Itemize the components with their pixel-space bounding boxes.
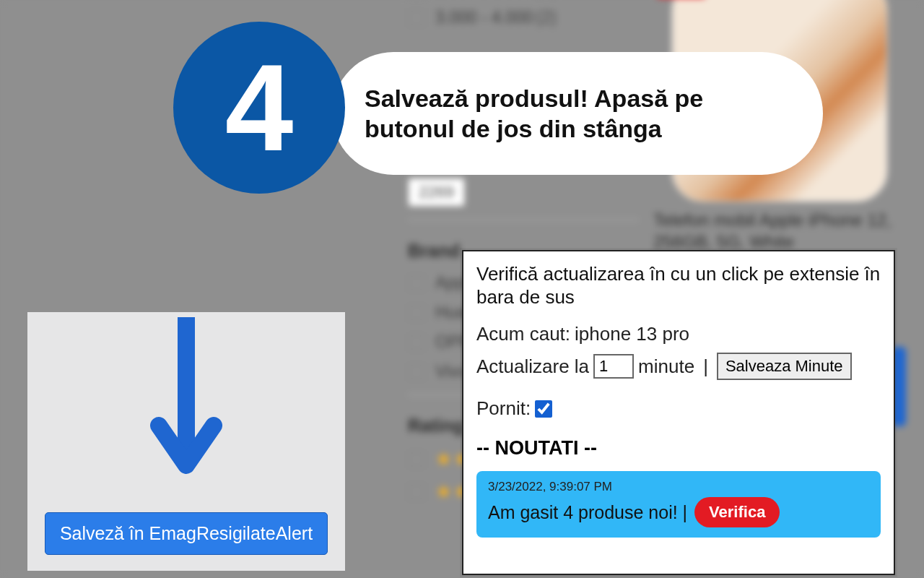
save-minutes-button[interactable]: Salveaza Minute xyxy=(717,353,852,380)
verify-button[interactable]: Verifica xyxy=(694,497,780,527)
checkbox-icon xyxy=(408,483,425,501)
bg-product-title: Telefon mobil Apple iPhone 12, 256GB, 5G… xyxy=(653,210,906,253)
popup-update-label: Actualizare la xyxy=(476,355,589,378)
interval-input[interactable] xyxy=(593,354,634,379)
extension-popup: Verifică actualizarea în cu un click pe … xyxy=(462,250,895,575)
bg-price-filter-row: 3.000 - 4.000 (2) xyxy=(408,8,639,27)
bg-product-title-line: Telefon mobil Apple iPhone 12, xyxy=(653,210,892,230)
popup-started-label: Pornit: xyxy=(476,397,531,420)
popup-instruction: Verifică actualizarea în cu un click pe … xyxy=(476,263,881,309)
bg-price-count: (2) xyxy=(536,8,557,27)
bg-price-range: 3.000 - 4.000 xyxy=(435,8,533,27)
popup-started-line: Pornit: xyxy=(476,397,881,420)
notification-message: Am gasit 4 produse noi! | xyxy=(488,502,687,523)
bg-slider-min-input: 2269 xyxy=(408,178,465,207)
checkbox-icon xyxy=(408,304,425,322)
step-number-badge: 4 xyxy=(173,22,345,194)
divider xyxy=(408,220,639,220)
save-panel: Salveză în EmagResigilateAlert xyxy=(27,312,345,571)
popup-search-value: iphone 13 pro xyxy=(575,323,689,345)
popup-update-unit: minute xyxy=(638,355,694,378)
started-checkbox[interactable] xyxy=(535,400,552,418)
checkbox-icon xyxy=(408,451,425,468)
popup-news-heading: -- NOUTATI -- xyxy=(476,437,881,460)
step-number: 4 xyxy=(225,46,294,169)
step-text-bubble: Salvează produsul! Apasă pe butonul de j… xyxy=(332,52,823,175)
save-in-extension-button[interactable]: Salveză în EmagResigilateAlert xyxy=(45,512,328,555)
checkbox-icon xyxy=(408,363,425,381)
checkbox-icon xyxy=(408,334,425,351)
popup-search-prefix: Acum caut: xyxy=(476,323,570,345)
separator: | xyxy=(703,355,708,378)
checkbox-icon xyxy=(408,275,425,292)
arrow-down-icon xyxy=(150,317,222,483)
bg-product-title-line: 256GB, 5G, White xyxy=(653,232,794,251)
popup-search-line: Acum caut: iphone 13 pro xyxy=(476,323,881,345)
popup-interval-line: Actualizare la minute | Salveaza Minute xyxy=(476,353,881,380)
checkbox-icon xyxy=(408,9,425,27)
notification-date: 3/23/2022, 9:39:07 PM xyxy=(488,480,869,494)
step-text: Salvează produsul! Apasă pe butonul de j… xyxy=(365,83,794,144)
notification-card: 3/23/2022, 9:39:07 PM Am gasit 4 produse… xyxy=(476,471,881,538)
